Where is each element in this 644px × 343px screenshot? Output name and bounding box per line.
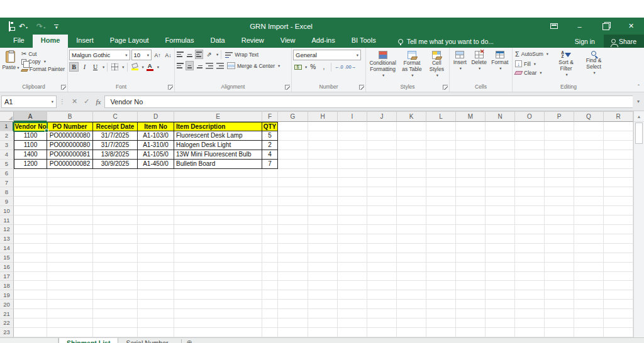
cell-L1[interactable] <box>426 122 456 131</box>
cell-C15[interactable] <box>93 253 138 263</box>
clear-button[interactable]: Clear▾ <box>514 69 550 77</box>
alignment-dialog-launcher[interactable] <box>285 85 290 90</box>
cell-E15[interactable] <box>174 253 262 263</box>
cell-J10[interactable] <box>367 206 397 215</box>
cell-J8[interactable] <box>367 187 397 197</box>
scroll-up-button[interactable]: ▲ <box>634 111 644 122</box>
bottom-align-button[interactable] <box>195 50 203 59</box>
cell-J6[interactable] <box>367 169 397 178</box>
cell-D20[interactable] <box>138 300 174 309</box>
cell-L18[interactable] <box>426 281 456 290</box>
cell-L16[interactable] <box>426 263 456 272</box>
cell-F20[interactable] <box>262 300 278 309</box>
column-header-e[interactable]: E <box>174 112 262 122</box>
cell-N18[interactable] <box>486 281 515 290</box>
bold-button[interactable]: B <box>69 62 79 72</box>
row-header-9[interactable]: 9 <box>0 197 14 206</box>
cell-R3[interactable] <box>604 141 633 150</box>
cell-F2[interactable]: 5 <box>262 131 278 141</box>
cell-I16[interactable] <box>338 263 367 272</box>
cell-Q7[interactable] <box>574 178 604 187</box>
row-header-1[interactable]: 1 <box>0 122 14 131</box>
cell-B18[interactable] <box>47 281 93 290</box>
cell-G2[interactable] <box>278 131 308 141</box>
cell-C11[interactable] <box>93 215 138 225</box>
cell-N20[interactable] <box>486 300 515 309</box>
row-header-8[interactable]: 8 <box>0 187 14 197</box>
cell-C3[interactable]: 31/7/2025 <box>93 141 138 150</box>
cell-M15[interactable] <box>456 253 486 263</box>
cell-N14[interactable] <box>486 244 515 253</box>
cell-K2[interactable] <box>397 131 426 141</box>
cell-G3[interactable] <box>278 141 308 150</box>
cell-N4[interactable] <box>486 150 515 160</box>
cell-D15[interactable] <box>138 253 174 263</box>
cell-M3[interactable] <box>456 141 486 150</box>
cell-D16[interactable] <box>138 263 174 272</box>
cell-J19[interactable] <box>367 290 397 300</box>
cell-R17[interactable] <box>604 272 633 281</box>
confirm-entry-button[interactable]: ✓ <box>84 97 89 106</box>
cell-L3[interactable] <box>426 141 456 150</box>
cell-J23[interactable] <box>367 328 397 337</box>
cell-B3[interactable]: PO000000080 <box>47 141 93 150</box>
shrink-font-button[interactable]: A↓ <box>164 50 173 60</box>
cell-H16[interactable] <box>308 263 338 272</box>
cell-P23[interactable] <box>545 328 574 337</box>
cell-J14[interactable] <box>367 244 397 253</box>
cell-N8[interactable] <box>486 187 515 197</box>
cell-P11[interactable] <box>545 215 574 225</box>
cell-B17[interactable] <box>47 272 93 281</box>
top-align-button[interactable] <box>176 50 184 58</box>
cell-G13[interactable] <box>278 234 308 244</box>
cell-F5[interactable]: 7 <box>262 160 278 169</box>
cell-A4[interactable]: 1400 <box>14 150 47 160</box>
cell-R19[interactable] <box>604 290 633 300</box>
row-header-7[interactable]: 7 <box>0 178 14 187</box>
cell-P9[interactable] <box>545 197 574 206</box>
comma-style-button[interactable]: , <box>319 62 328 72</box>
cell-N13[interactable] <box>486 234 515 244</box>
cell-J16[interactable] <box>367 263 397 272</box>
cell-I10[interactable] <box>338 206 367 215</box>
cell-L23[interactable] <box>426 328 456 337</box>
cell-L4[interactable] <box>426 150 456 160</box>
cell-H11[interactable] <box>308 215 338 225</box>
cell-O16[interactable] <box>515 263 545 272</box>
cell-I22[interactable] <box>338 318 367 328</box>
cell-B1[interactable]: PO Number <box>47 122 93 131</box>
row-header-6[interactable]: 6 <box>0 169 14 178</box>
cell-R18[interactable] <box>604 281 633 290</box>
cell-Q5[interactable] <box>574 160 604 169</box>
cell-D18[interactable] <box>138 281 174 290</box>
align-right-button[interactable] <box>195 62 203 70</box>
cell-O22[interactable] <box>515 318 545 328</box>
insert-function-button[interactable]: fx <box>96 98 101 106</box>
row-header-19[interactable]: 19 <box>0 290 14 300</box>
cell-C14[interactable] <box>93 244 138 253</box>
cell-C16[interactable] <box>93 263 138 272</box>
cell-R23[interactable] <box>604 328 633 337</box>
cell-F12[interactable] <box>262 225 278 234</box>
cell-G7[interactable] <box>278 178 308 187</box>
cell-B12[interactable] <box>47 225 93 234</box>
cell-P17[interactable] <box>545 272 574 281</box>
cell-D6[interactable] <box>138 169 174 178</box>
cell-B2[interactable]: PO000000080 <box>47 131 93 141</box>
cell-H23[interactable] <box>308 328 338 337</box>
cell-G4[interactable] <box>278 150 308 160</box>
cell-K13[interactable] <box>397 234 426 244</box>
cell-K18[interactable] <box>397 281 426 290</box>
cell-G15[interactable] <box>278 253 308 263</box>
cell-O11[interactable] <box>515 215 545 225</box>
cell-Q21[interactable] <box>574 309 604 318</box>
sheet-tab-serial-number[interactable]: Serial Number <box>118 338 175 343</box>
cell-B16[interactable] <box>47 263 93 272</box>
cell-D7[interactable] <box>138 178 174 187</box>
cell-R5[interactable] <box>604 160 633 169</box>
cell-Q8[interactable] <box>574 187 604 197</box>
cell-H8[interactable] <box>308 187 338 197</box>
row-header-5[interactable]: 5 <box>0 160 14 169</box>
cell-O12[interactable] <box>515 225 545 234</box>
cell-R10[interactable] <box>604 206 633 215</box>
